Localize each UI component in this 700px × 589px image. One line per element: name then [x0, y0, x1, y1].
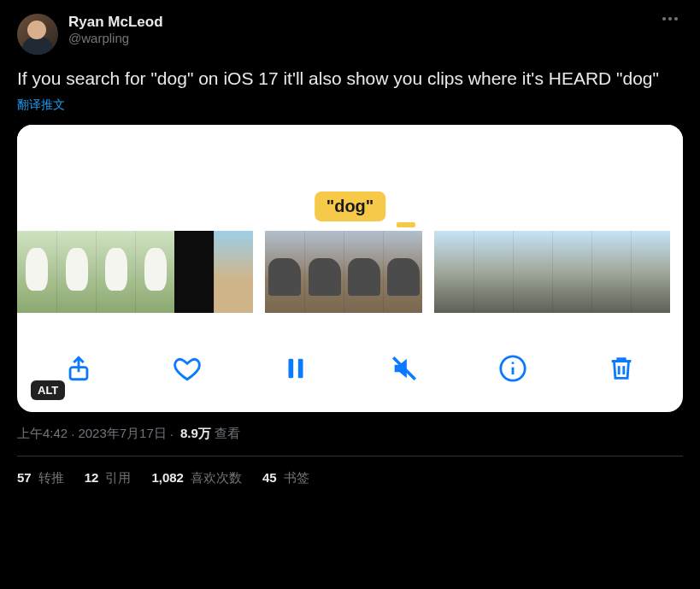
- bookmarks-count: 45: [262, 470, 277, 485]
- avatar[interactable]: [17, 14, 58, 55]
- alt-badge[interactable]: ALT: [31, 380, 65, 400]
- stats-row: 57 转推 12 引用 1,082 喜欢次数 45 书签: [17, 470, 683, 492]
- thumb: [96, 231, 135, 313]
- thumb: [591, 231, 631, 313]
- share-icon[interactable]: [62, 351, 96, 386]
- meta-dot: ·: [71, 427, 74, 441]
- quotes-label: 引用: [105, 470, 131, 486]
- retweets-count: 57: [17, 470, 32, 485]
- translate-link[interactable]: 翻译推文: [17, 97, 65, 113]
- heart-icon[interactable]: [170, 351, 204, 386]
- thumb: [174, 231, 214, 313]
- thumb: [135, 231, 174, 313]
- svg-rect-2: [298, 359, 303, 379]
- svg-point-6: [512, 362, 515, 364]
- thumb: [265, 231, 304, 313]
- clip-group-2[interactable]: [265, 231, 422, 313]
- tweet-date[interactable]: 2023年7月17日: [78, 426, 166, 442]
- thumb: [434, 231, 474, 313]
- likes-stat[interactable]: 1,082 喜欢次数: [151, 470, 242, 486]
- meta-dot: ·: [170, 427, 174, 441]
- tweet-time[interactable]: 上午4:42: [17, 426, 68, 442]
- info-icon[interactable]: [496, 351, 530, 386]
- more-button[interactable]: [657, 14, 683, 24]
- trash-icon[interactable]: [604, 351, 638, 386]
- divider: [17, 456, 683, 456]
- thumb: [552, 231, 591, 313]
- quotes-count: 12: [85, 470, 99, 485]
- bookmarks-stat[interactable]: 45 书签: [262, 470, 309, 486]
- caption-tooltip: "dog": [315, 191, 386, 221]
- views-label: 查看: [215, 426, 240, 442]
- bookmarks-label: 书签: [284, 470, 309, 486]
- handle: @warpling: [68, 31, 657, 45]
- mute-icon[interactable]: [387, 351, 421, 386]
- display-name: Ryan McLeod: [68, 14, 657, 31]
- likes-count: 1,082: [151, 470, 184, 485]
- thumb: [304, 231, 344, 313]
- filmstrip[interactable]: [17, 231, 683, 313]
- author-block[interactable]: Ryan McLeod @warpling: [68, 14, 657, 45]
- thumb: [17, 231, 56, 313]
- thumb: [513, 231, 552, 313]
- media-toolbar: [17, 333, 683, 412]
- meta-row: 上午4:42 · 2023年7月17日 · 8.9万 查看: [17, 426, 683, 442]
- playhead-marker: [397, 222, 415, 227]
- retweets-label: 转推: [38, 470, 64, 486]
- thumb: [383, 231, 422, 313]
- quotes-stat[interactable]: 12 引用: [85, 470, 132, 486]
- thumb: [56, 231, 96, 313]
- clip-group-3[interactable]: [434, 231, 670, 313]
- svg-rect-1: [288, 359, 293, 379]
- likes-label: 喜欢次数: [191, 470, 242, 486]
- thumb: [214, 231, 253, 313]
- thumb: [474, 231, 513, 313]
- pause-icon[interactable]: [279, 351, 313, 386]
- views-count[interactable]: 8.9万: [180, 426, 211, 442]
- retweets-stat[interactable]: 57 转推: [17, 470, 64, 486]
- thumb: [344, 231, 383, 313]
- clip-group-1[interactable]: [17, 231, 253, 313]
- media-card[interactable]: "dog": [17, 125, 683, 412]
- thumb: [631, 231, 670, 313]
- tweet-container: Ryan McLeod @warpling If you search for …: [7, 5, 693, 492]
- tweet-header: Ryan McLeod @warpling: [17, 14, 683, 55]
- tweet-text: If you search for "dog" on iOS 17 it'll …: [17, 67, 683, 91]
